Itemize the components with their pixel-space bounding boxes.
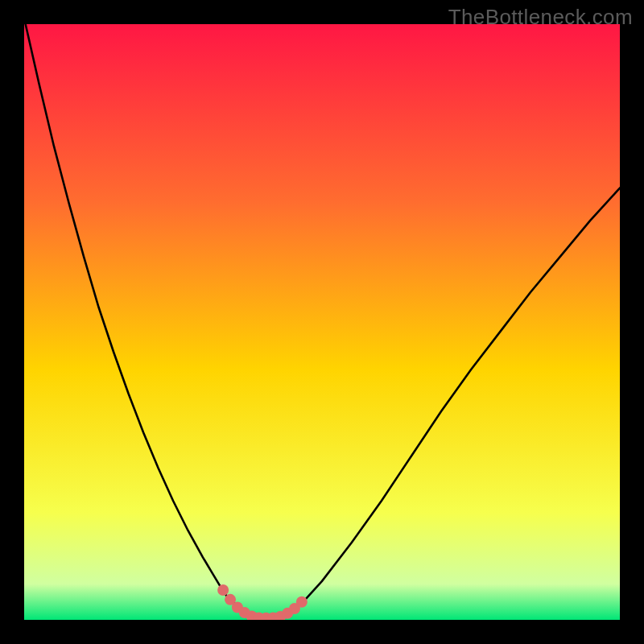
watermark-label: TheBottleneck.com bbox=[448, 5, 633, 30]
plot-area bbox=[24, 24, 620, 620]
trough-marker-dot bbox=[296, 597, 308, 608]
trough-marker-dot bbox=[217, 584, 229, 596]
gradient-background bbox=[24, 24, 620, 620]
outer-frame: TheBottleneck.com bbox=[0, 0, 644, 644]
bottleneck-chart bbox=[24, 24, 620, 620]
